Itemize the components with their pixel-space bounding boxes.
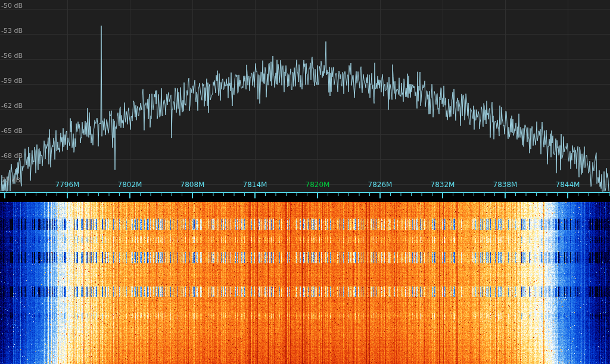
sdr-display: -50 dB-53 dB-56 dB-59 dB-62 dB-65 dB-68 … <box>0 0 610 364</box>
spectrum-panel[interactable]: -50 dB-53 dB-56 dB-59 dB-62 dB-65 dB-68 … <box>0 0 610 192</box>
spectrum-plot-canvas[interactable] <box>0 0 610 192</box>
frequency-axis[interactable] <box>0 192 610 202</box>
waterfall-panel[interactable] <box>0 202 610 364</box>
waterfall-canvas[interactable] <box>0 202 610 364</box>
frequency-tick-canvas[interactable] <box>0 192 610 202</box>
